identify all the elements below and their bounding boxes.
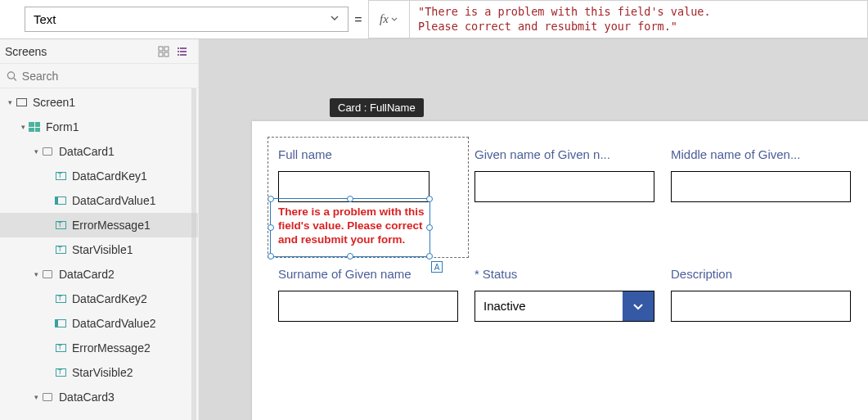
input-description[interactable] [671, 291, 851, 322]
input-givenname[interactable] [474, 171, 654, 202]
search-icon [7, 70, 17, 82]
tree-item-screen1[interactable]: ▾Screen1 [0, 90, 198, 115]
formula-bar: Text = fx "There is a problem with this … [0, 0, 868, 39]
control-type-icon [28, 120, 41, 133]
tree-item-datacardvalue2[interactable]: DataCardValue2 [0, 311, 198, 336]
tree-search-input[interactable] [22, 70, 191, 83]
input-middlename[interactable] [671, 171, 851, 202]
property-dropdown[interactable]: Text [25, 7, 349, 32]
thumbnail-view-button[interactable] [155, 43, 172, 60]
caret-icon: ▾ [31, 393, 41, 401]
tree-item-datacard2[interactable]: ▾DataCard2 [0, 262, 198, 287]
tree-item-datacardkey2[interactable]: DataCardKey2 [0, 287, 198, 311]
select-status-value: Inactive [475, 299, 623, 313]
tree-item-label: StarVisible1 [72, 243, 133, 256]
scrollbar[interactable] [190, 88, 198, 420]
caret-icon: ▾ [5, 98, 15, 106]
canvas[interactable]: Card : FullName Full name There is a pro… [199, 39, 868, 420]
caret-icon: ▾ [31, 270, 41, 278]
tree-item-errormessage1[interactable]: ErrorMessage1 [0, 213, 198, 237]
card-label-givenname: Given name of Given n... [474, 147, 654, 161]
card-label-description: Description [671, 267, 851, 281]
caret-icon: ▾ [31, 147, 41, 156]
svg-rect-3 [164, 52, 169, 56]
tree-view-button[interactable] [175, 43, 191, 60]
control-type-icon [54, 341, 67, 355]
tree-item-errormessage2[interactable]: ErrorMessage2 [0, 336, 198, 360]
formula-input[interactable]: "There is a problem with this field's va… [409, 0, 868, 38]
tree-item-label: Screen1 [33, 96, 75, 109]
svg-point-5 [178, 51, 179, 52]
tree-item-label: StarVisible2 [72, 366, 133, 379]
svg-point-4 [178, 47, 179, 49]
select-status[interactable]: Inactive [474, 291, 654, 322]
card-status[interactable]: * Status Inactive [474, 267, 654, 322]
caret-icon: ▾ [18, 123, 28, 131]
chevron-down-icon [330, 13, 340, 25]
tree-panel-title: Screens [5, 45, 152, 58]
svg-rect-0 [159, 47, 163, 51]
tree-item-label: DataCard2 [59, 268, 115, 281]
tree-item-datacardvalue1[interactable]: DataCardValue1 [0, 188, 198, 213]
card-label-surname: Surname of Given name [278, 267, 458, 281]
control-type-icon [41, 145, 54, 158]
svg-point-7 [7, 71, 14, 78]
control-type-icon [15, 96, 28, 109]
tree-item-label: DataCardValue1 [72, 194, 155, 207]
tree-list: ▾Screen1▾Form1▾DataCard1DataCardKey1Data… [0, 88, 198, 420]
fx-button[interactable]: fx [368, 0, 409, 38]
tree-item-label: Form1 [46, 120, 79, 133]
required-star-icon: * [474, 267, 479, 281]
card-givenname[interactable]: Given name of Given n... [474, 147, 654, 247]
tree-panel-header: Screens [0, 39, 198, 64]
input-surname[interactable] [278, 291, 458, 322]
fx-label: fx [380, 12, 389, 26]
control-type-icon [54, 169, 67, 183]
svg-rect-1 [164, 47, 169, 51]
card-surname[interactable]: Surname of Given name [278, 267, 458, 322]
control-type-icon [41, 391, 54, 404]
tree-item-datacard1[interactable]: ▾DataCard1 [0, 139, 198, 164]
tree-item-label: DataCard1 [59, 145, 115, 158]
tree-search[interactable] [0, 64, 198, 88]
error-message-fullname[interactable]: There is a problem with this field's val… [278, 205, 432, 247]
control-type-icon [54, 194, 67, 207]
form-surface[interactable]: Card : FullName Full name There is a pro… [252, 121, 868, 420]
control-type-icon [54, 243, 67, 256]
svg-point-6 [178, 54, 179, 56]
card-label-fullname: Full name [278, 147, 458, 161]
property-dropdown-value: Text [34, 12, 330, 26]
control-type-icon [54, 219, 67, 232]
input-fullname[interactable] [278, 171, 430, 202]
tree-item-label: DataCard3 [59, 391, 115, 404]
tree-item-label: DataCardKey2 [72, 292, 147, 305]
svg-line-8 [14, 78, 16, 80]
control-type-icon [54, 292, 67, 305]
control-type-icon [54, 317, 67, 330]
card-tooltip: Card : FullName [330, 98, 424, 117]
svg-rect-2 [159, 52, 163, 56]
card-label-middlename: Middle name of Given... [671, 147, 851, 161]
tree-item-label: DataCardKey1 [72, 169, 147, 183]
tree-item-datacardkey1[interactable]: DataCardKey1 [0, 164, 198, 188]
tree-item-datacard3[interactable]: ▾DataCard3 [0, 385, 198, 409]
tree-panel: Screens ▾Screen1▾Form1▾DataCard1DataCard… [0, 39, 199, 420]
tree-item-starvisible2[interactable]: StarVisible2 [0, 360, 198, 385]
control-type-icon [54, 366, 67, 379]
control-type-icon [41, 268, 54, 281]
tree-item-label: DataCardValue2 [72, 317, 155, 330]
card-fullname[interactable]: Full name There is a problem with this f… [273, 142, 463, 252]
card-description[interactable]: Description [671, 267, 851, 322]
tree-item-label: ErrorMessage2 [72, 341, 151, 355]
tree-item-starvisible1[interactable]: StarVisible1 [0, 237, 198, 262]
equals-sign: = [349, 0, 368, 38]
tree-item-label: ErrorMessage1 [72, 219, 151, 232]
chevron-down-icon [623, 291, 654, 321]
tree-item-form1[interactable]: ▾Form1 [0, 115, 198, 139]
card-middlename[interactable]: Middle name of Given... [671, 147, 851, 247]
card-label-status: Status [483, 267, 518, 281]
